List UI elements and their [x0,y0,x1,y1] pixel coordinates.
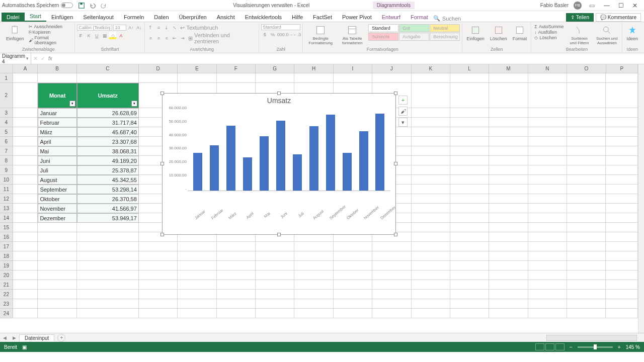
cell[interactable] [13,242,38,251]
close-button[interactable]: ✕ [630,2,640,9]
cell[interactable] [489,118,528,127]
grid[interactable]: ABCDEFGHIJKLMNOP 12Monat▾Umsatz▾3Januar2… [0,64,644,333]
cell[interactable] [294,309,333,318]
format-as-table-button[interactable]: Als Tabelle formatieren [338,24,367,46]
cell[interactable] [412,290,450,299]
cell[interactable] [450,309,489,318]
cell[interactable] [13,83,38,108]
cell[interactable] [528,137,567,146]
row-header[interactable]: 11 [0,185,13,194]
cell[interactable] [567,213,606,223]
toggle-icon[interactable] [61,3,73,8]
cell[interactable] [412,194,450,204]
font-size-select[interactable] [113,25,126,31]
cell[interactable] [489,194,528,204]
maximize-button[interactable]: ☐ [616,2,626,9]
resize-handle[interactable] [394,92,397,95]
cell[interactable] [450,108,489,118]
cell[interactable] [528,242,567,251]
chart-bar[interactable] [343,153,352,191]
view-pagebreak-button[interactable] [555,343,565,350]
row-header[interactable]: 4 [0,118,13,127]
cell[interactable] [13,204,38,213]
cell[interactable] [334,270,372,280]
cell[interactable] [412,280,450,290]
cell[interactable] [294,299,333,309]
cell[interactable] [372,280,411,290]
col-header-P[interactable]: P [606,64,638,73]
row-header[interactable]: 15 [0,223,13,232]
cell[interactable] [489,156,528,165]
cell[interactable] [372,73,411,83]
select-all-corner[interactable] [0,64,13,73]
cell[interactable] [256,242,294,251]
cell[interactable] [13,185,38,194]
cell[interactable] [450,165,489,175]
cell[interactable] [567,108,606,118]
add-sheet-button[interactable]: + [57,334,65,342]
cell[interactable] [412,309,450,318]
cell[interactable] [178,261,216,270]
cell[interactable] [77,270,139,280]
cell[interactable] [450,280,489,290]
cell[interactable] [38,270,76,280]
cell[interactable] [489,309,528,318]
row-header[interactable]: 23 [0,299,13,309]
cell[interactable] [567,223,606,232]
cell[interactable] [412,118,450,127]
cell[interactable] [13,156,38,165]
cell[interactable] [13,165,38,175]
cell[interactable] [334,290,372,299]
cell[interactable] [489,251,528,261]
cell[interactable] [567,185,606,194]
clear-button[interactable]: ◇Löschen [533,35,565,40]
style-gut[interactable]: Gut [399,24,429,32]
cell[interactable] [450,213,489,223]
cell[interactable] [412,204,450,213]
cell[interactable] [412,83,450,108]
share-button[interactable]: ⇪ Teilen [566,13,594,22]
cell[interactable] [450,223,489,232]
zoom-in-button[interactable]: + [618,344,621,350]
cell[interactable] [334,73,372,83]
cell[interactable] [13,309,38,318]
chart-object[interactable]: Umsatz 60.000,0050.000,0040.000,0030.000… [162,93,396,235]
tab-file[interactable]: Datei [2,13,25,22]
cell[interactable] [567,261,606,270]
cell[interactable] [528,261,567,270]
col-header-F[interactable]: F [217,64,256,73]
cell[interactable] [528,108,567,118]
cell[interactable] [567,146,606,156]
cell[interactable] [77,251,139,261]
cell[interactable] [450,251,489,261]
cell[interactable] [412,137,450,146]
cell[interactable] [256,251,294,261]
cell[interactable] [567,83,606,108]
cell[interactable] [412,127,450,137]
tab-ansicht[interactable]: Ansicht [212,13,240,22]
redo-icon[interactable] [100,2,107,9]
cell[interactable] [606,175,638,185]
cell[interactable] [217,242,256,251]
cell[interactable] [528,213,567,223]
cell[interactable] [256,290,294,299]
cell[interactable] [450,290,489,299]
cell[interactable] [489,242,528,251]
cell[interactable]: 26.628,69 [77,108,139,118]
cell[interactable] [412,232,450,242]
row-header[interactable]: 1 [0,73,13,83]
cell[interactable] [528,165,567,175]
cell[interactable]: 23.307,68 [77,137,139,146]
insert-cells-button[interactable]: Einfügen [464,24,487,42]
cell[interactable] [567,175,606,185]
cell[interactable] [606,261,638,270]
cell[interactable] [38,290,76,299]
cell[interactable] [256,299,294,309]
tab-formeln[interactable]: Formeln [119,13,149,22]
align-middle-icon[interactable]: ≡ [155,24,162,31]
decrease-decimal-icon[interactable]: ←.0 [293,31,300,38]
tab-entwicklertools[interactable]: Entwicklertools [240,13,287,22]
cell[interactable] [13,213,38,223]
cell[interactable]: Monat▾ [38,83,76,108]
cell[interactable] [294,261,333,270]
